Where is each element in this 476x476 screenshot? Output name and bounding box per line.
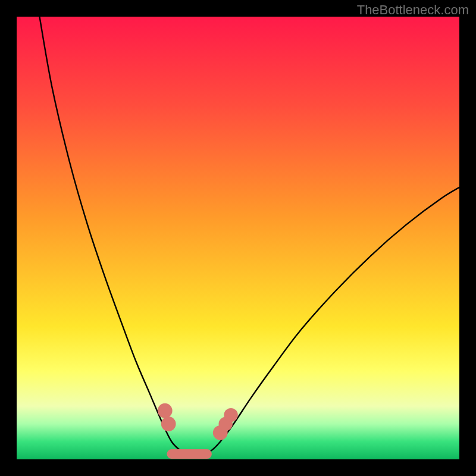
watermark-text: TheBottleneck.com [357,2,469,18]
bottleneck-chart [17,17,459,459]
marker-dot [161,416,176,431]
marker-dot [224,408,237,422]
marker-dot [158,403,173,418]
chart-frame [17,17,459,459]
gradient-background [17,17,459,459]
